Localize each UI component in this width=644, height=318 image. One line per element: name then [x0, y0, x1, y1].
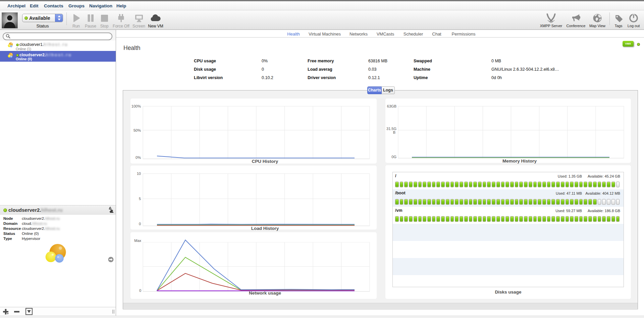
svg-text:0G: 0G [391, 155, 396, 159]
svg-text:Max: Max [134, 239, 141, 243]
svg-text:0: 0 [139, 289, 141, 293]
svg-text:100%: 100% [131, 104, 141, 108]
svg-text:B: B [393, 130, 395, 134]
svg-text:10: 10 [137, 172, 141, 176]
svg-text:5: 5 [139, 197, 141, 201]
svg-text:63GB: 63GB [387, 104, 396, 108]
svg-text:0%: 0% [136, 155, 141, 160]
svg-text:50%: 50% [133, 128, 141, 132]
svg-text:0: 0 [139, 222, 141, 226]
